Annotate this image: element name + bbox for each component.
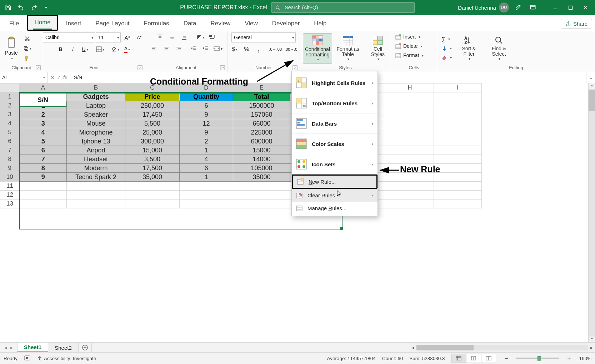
cell[interactable] — [386, 137, 434, 146]
zoom-slider[interactable] — [516, 358, 559, 359]
row-header[interactable]: 4 — [0, 119, 20, 128]
col-header[interactable]: I — [434, 84, 482, 92]
cell[interactable] — [434, 101, 482, 110]
cell[interactable]: Moderm — [67, 164, 125, 173]
orientation-icon[interactable]: ab▾ — [194, 32, 206, 42]
cell[interactable] — [386, 199, 434, 208]
cell[interactable]: 1 — [180, 173, 233, 182]
row-header[interactable]: 8 — [0, 155, 20, 164]
underline-button[interactable]: U▾ — [79, 45, 91, 54]
cf-icon-sets[interactable]: Icon Sets › — [292, 154, 378, 175]
cell[interactable]: Laptop — [67, 101, 125, 110]
cell[interactable] — [125, 199, 180, 208]
tab-data[interactable]: Data — [177, 17, 203, 31]
format-as-table-button[interactable]: Format as Table ▾ — [334, 34, 362, 64]
cell[interactable] — [233, 191, 290, 199]
row-header[interactable]: 12 — [0, 191, 20, 199]
tab-review[interactable]: Review — [204, 17, 237, 31]
row-header[interactable]: 1 — [0, 92, 20, 101]
cell[interactable]: 3,500 — [125, 155, 180, 164]
decrease-indent-icon[interactable] — [188, 44, 199, 53]
cell[interactable]: Tecno Spark 2 — [67, 173, 125, 182]
insert-cells-button[interactable]: Insert▾ — [394, 32, 434, 41]
hscroll-thumb[interactable] — [416, 345, 474, 350]
save-icon[interactable] — [2, 1, 14, 14]
cell[interactable] — [434, 182, 482, 191]
cell[interactable] — [434, 191, 482, 199]
cell[interactable]: Headset — [67, 155, 125, 164]
wrap-text-icon[interactable]: ab — [206, 32, 218, 42]
ribbon-display-icon[interactable] — [527, 1, 539, 14]
cell[interactable]: 4 — [20, 128, 67, 137]
format-painter-icon[interactable] — [21, 54, 33, 63]
cell[interactable]: 6 — [20, 146, 67, 155]
minimize-icon[interactable] — [549, 1, 561, 14]
currency-icon[interactable]: $▾ — [229, 45, 240, 54]
cell[interactable]: 7 — [20, 155, 67, 164]
fill-button[interactable]: ▾ — [440, 44, 453, 53]
cell[interactable] — [67, 191, 125, 199]
bold-button[interactable]: B — [55, 45, 66, 54]
cf-clear-rules[interactable]: Clear Rules › — [292, 189, 378, 202]
increase-decimal-icon[interactable]: .0→.00 — [268, 45, 283, 54]
cell[interactable]: 300,000 — [125, 137, 180, 146]
cell[interactable]: 17,500 — [125, 164, 180, 173]
cell[interactable]: 5 — [20, 137, 67, 146]
decrease-font-icon[interactable]: A▾ — [134, 33, 145, 42]
cell[interactable]: 1 — [20, 101, 67, 110]
cell[interactable] — [386, 92, 434, 101]
decrease-decimal-icon[interactable]: .00→.0 — [284, 45, 298, 54]
cell[interactable]: 66000 — [233, 119, 290, 128]
cell[interactable]: 4 — [180, 155, 233, 164]
row-header[interactable]: 2 — [0, 101, 20, 110]
cell[interactable]: 1500000 — [233, 101, 290, 110]
font-family-select[interactable] — [43, 32, 95, 42]
cell[interactable] — [180, 191, 233, 199]
cell[interactable] — [434, 119, 482, 128]
cell[interactable]: 2 — [180, 137, 233, 146]
cell[interactable]: 250,000 — [125, 101, 180, 110]
cell[interactable]: 14000 — [233, 155, 290, 164]
col-header[interactable]: A — [20, 84, 67, 92]
cell[interactable] — [180, 182, 233, 191]
cut-icon[interactable] — [21, 34, 33, 43]
cell[interactable]: Airpod — [67, 146, 125, 155]
col-header[interactable]: B — [67, 84, 125, 92]
worksheet-grid[interactable]: A B C D E F G H I 1 S/N Gadgets Price Qu… — [0, 83, 482, 208]
cell[interactable]: 5,500 — [125, 119, 180, 128]
sort-filter-button[interactable]: AZ Sort & Filter ▾ — [455, 34, 483, 64]
number-format-select[interactable] — [231, 32, 296, 42]
undo-icon[interactable]: ▾ — [16, 1, 28, 14]
cell[interactable]: 157050 — [233, 110, 290, 119]
tab-developer[interactable]: Developer — [266, 17, 306, 31]
align-right-icon[interactable] — [173, 44, 184, 53]
cell[interactable] — [233, 199, 290, 208]
cell[interactable]: S/N — [20, 92, 67, 101]
row-header[interactable]: 3 — [0, 110, 20, 119]
align-top-icon[interactable] — [154, 32, 166, 42]
zoom-level[interactable]: 160% — [579, 356, 591, 361]
cell[interactable] — [125, 191, 180, 199]
cell[interactable]: 8 — [20, 164, 67, 173]
share-button[interactable]: Share — [561, 19, 592, 29]
tab-insert[interactable]: Insert — [60, 17, 88, 31]
cell[interactable]: 15000 — [233, 146, 290, 155]
row-header[interactable]: 9 — [0, 164, 20, 173]
tab-page-layout[interactable]: Page Layout — [89, 17, 136, 31]
cell[interactable] — [434, 173, 482, 182]
cell[interactable] — [386, 101, 434, 110]
cell[interactable] — [386, 155, 434, 164]
cell[interactable]: 225000 — [233, 128, 290, 137]
close-icon[interactable] — [579, 1, 591, 14]
cell[interactable] — [434, 146, 482, 155]
align-middle-icon[interactable] — [166, 32, 178, 42]
enter-formula-icon[interactable]: ✓ — [57, 75, 61, 80]
scroll-up-icon[interactable]: ▴ — [589, 83, 595, 90]
row-header[interactable]: 5 — [0, 128, 20, 137]
cf-top-bottom-rules[interactable]: 10 Top/Bottom Rules › — [292, 93, 378, 113]
conditional-formatting-button[interactable]: Conditional Formatting ▾ — [303, 33, 332, 64]
cell[interactable] — [20, 199, 67, 208]
page-break-view-icon[interactable] — [481, 354, 496, 363]
cell[interactable]: Price — [125, 92, 180, 101]
cell[interactable]: 12 — [180, 119, 233, 128]
